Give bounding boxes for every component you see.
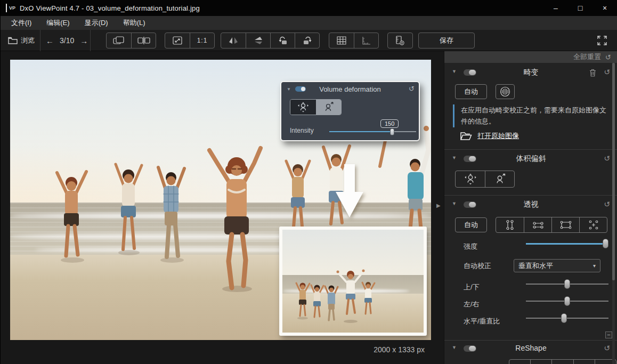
minimize-button[interactable]: – <box>543 0 568 16</box>
hv-ratio-label: 水平/垂直比 <box>464 317 500 326</box>
menu-help[interactable]: 帮助(L) <box>116 16 153 30</box>
main-area: ▼ Volume deformation ↺ <box>1 51 617 364</box>
down-arrow-graphic <box>327 162 372 220</box>
image-navigation: ← 3/10 → <box>44 33 90 48</box>
flip-vertical-button[interactable] <box>246 33 270 48</box>
volume-spherical-button[interactable] <box>456 171 485 187</box>
corrected-image-inset <box>279 227 427 336</box>
panel-scrollbar-thumb[interactable] <box>612 63 615 280</box>
save-button[interactable]: 保存 <box>418 33 475 48</box>
maximize-button[interactable]: □ <box>568 0 592 16</box>
strength-slider[interactable] <box>526 239 608 248</box>
ruler-plus-icon <box>395 36 405 45</box>
compare-icon <box>113 36 125 45</box>
up-down-slider-handle[interactable] <box>564 279 570 289</box>
person-arrows-icon <box>296 101 310 113</box>
close-button[interactable]: × <box>592 0 617 16</box>
split-compare-button[interactable] <box>131 33 156 48</box>
panel-scrollbar[interactable] <box>612 63 615 364</box>
person-diagonal-icon <box>321 101 335 113</box>
open-original-image-link[interactable]: 打开原始图像 <box>460 131 519 141</box>
up-down-slider[interactable] <box>526 279 608 289</box>
fullscreen-icon <box>596 35 608 46</box>
fit-to-screen-button[interactable] <box>165 33 190 48</box>
overlay-panel-header: ▼ Volume deformation ↺ <box>281 82 419 96</box>
hv-ratio-slider[interactable] <box>526 313 608 323</box>
rotate-left-icon <box>278 36 288 45</box>
prev-image-button[interactable]: ← <box>44 36 55 45</box>
zoom-group: 1:1 <box>165 33 215 48</box>
lens-distortion-icon <box>499 86 511 97</box>
rotate-right-button[interactable] <box>295 33 319 48</box>
section-divider <box>444 195 617 196</box>
rotate-right-icon <box>303 36 312 45</box>
photo-viewport[interactable]: ▼ Volume deformation ↺ <box>10 60 431 340</box>
section-reshape-header: ▼ ReShape ↺ <box>444 342 617 355</box>
force-rectangle-button[interactable] <box>551 217 579 232</box>
section-divider <box>444 340 617 341</box>
hv-ratio-slider-handle[interactable] <box>561 313 567 323</box>
undo-icon[interactable]: ↺ <box>605 53 611 61</box>
split-compare-icon <box>137 37 150 44</box>
left-right-slider-handle[interactable] <box>564 296 570 306</box>
section-volume-header: ▼ 体积偏斜 ↺ <box>444 152 617 165</box>
browse-button[interactable]: 浏览 <box>5 33 38 48</box>
section-distortion-header: ▼ 畸变 ↺ <box>444 66 617 79</box>
section-perspective-header: ▼ 透视 ↺ <box>444 198 617 211</box>
folder-icon <box>8 37 18 44</box>
menu-view[interactable]: 显示(D) <box>77 16 116 30</box>
undo-icon[interactable]: ↺ <box>604 344 610 352</box>
image-canvas: ▼ Volume deformation ↺ <box>1 51 444 364</box>
left-right-label: 左/右 <box>464 300 480 309</box>
browse-label: 浏览 <box>21 36 35 45</box>
flip-horizontal-button[interactable] <box>221 33 246 48</box>
toolbar-separator <box>40 30 40 51</box>
menu-edit[interactable]: 编辑(E) <box>39 16 77 30</box>
guides-group <box>329 33 379 48</box>
perspective-auto-button[interactable]: 自动 <box>455 217 487 232</box>
rotate-left-button[interactable] <box>270 33 295 48</box>
volume-diagonal-button[interactable] <box>485 171 514 187</box>
perspective-mode-buttons <box>496 217 607 233</box>
toolbar-separator <box>90 30 91 51</box>
menu-file[interactable]: 文件(I) <box>4 16 39 30</box>
undo-icon[interactable]: ↺ <box>604 200 610 208</box>
window-controls: – □ × <box>543 0 617 16</box>
undo-icon[interactable]: ↺ <box>604 68 610 76</box>
ruler-icon <box>362 36 371 45</box>
person-arrows-icon <box>463 173 478 185</box>
add-ruler-button[interactable] <box>388 33 412 48</box>
grid-button[interactable] <box>329 33 354 48</box>
undo-icon: ↺ <box>409 85 415 93</box>
toolbar: 浏览 ← 3/10 → <box>1 30 617 51</box>
panel-collapse-handle[interactable]: ▶ <box>436 203 441 208</box>
undo-icon[interactable]: ↺ <box>604 154 610 163</box>
collapse-advanced-button[interactable]: − <box>605 331 612 338</box>
overlay-mode-buttons <box>290 99 342 115</box>
compare-group <box>106 33 156 48</box>
auto-correct-dropdown[interactable]: 垂直和水平 ▾ <box>514 259 600 272</box>
intensity-label: Intensity <box>290 127 314 134</box>
volume-mode-buttons <box>455 171 515 188</box>
force-vertical-button[interactable] <box>496 217 524 232</box>
fullscreen-button[interactable] <box>596 33 608 48</box>
ruler-button[interactable] <box>354 33 378 48</box>
person-diagonal-icon <box>492 173 507 185</box>
reshape-tool-buttons[interactable] <box>509 359 616 364</box>
fit-screen-icon <box>173 36 182 45</box>
distortion-auto-button[interactable]: 自动 <box>455 84 487 99</box>
compare-before-after-button[interactable] <box>107 33 131 48</box>
menu-bar: 文件(I) 编辑(E) 显示(D) 帮助(L) <box>1 16 617 30</box>
next-image-button[interactable]: → <box>78 36 90 45</box>
force-horizontal-button[interactable] <box>524 217 551 232</box>
volume-spherical-button <box>290 100 316 115</box>
strength-slider-handle[interactable] <box>603 239 608 248</box>
zoom-100-button[interactable]: 1:1 <box>190 33 214 48</box>
overlay-panel-title: Volume deformation <box>281 85 419 93</box>
reset-all-button[interactable]: 全部重置 <box>573 52 601 62</box>
distortion-lens-button[interactable] <box>496 84 515 99</box>
left-right-slider[interactable] <box>526 296 608 306</box>
window-title: DxO ViewPoint 4.7 - 03_volume_deformatio… <box>20 4 200 12</box>
trash-icon[interactable] <box>589 69 596 77</box>
eight-points-button[interactable] <box>579 217 607 232</box>
